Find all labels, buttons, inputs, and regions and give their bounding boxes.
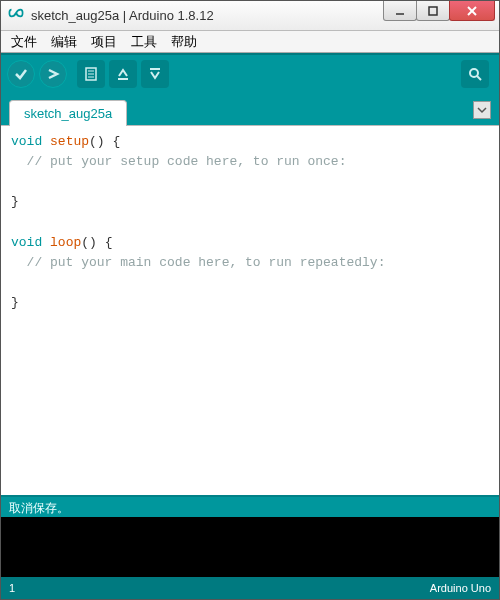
serial-monitor-button[interactable] bbox=[461, 60, 489, 88]
line-number: 1 bbox=[9, 582, 15, 594]
new-button[interactable] bbox=[77, 60, 105, 88]
magnifier-icon bbox=[467, 66, 483, 82]
keyword: void bbox=[11, 134, 42, 149]
check-icon bbox=[13, 66, 29, 82]
svg-rect-1 bbox=[429, 7, 437, 15]
menu-tools[interactable]: 工具 bbox=[125, 31, 163, 53]
tab-menu-button[interactable] bbox=[473, 101, 491, 119]
arduino-logo-icon bbox=[7, 7, 25, 25]
menu-edit[interactable]: 编辑 bbox=[45, 31, 83, 53]
app-window: sketch_aug25a | Arduino 1.8.12 文件 编辑 项目 … bbox=[0, 0, 500, 600]
verify-button[interactable] bbox=[7, 60, 35, 88]
comment: // put your setup code here, to run once… bbox=[11, 154, 346, 169]
comment: // put your main code here, to run repea… bbox=[11, 255, 385, 270]
close-button[interactable] bbox=[449, 1, 495, 21]
titlebar[interactable]: sketch_aug25a | Arduino 1.8.12 bbox=[1, 1, 499, 31]
arrow-up-icon bbox=[115, 66, 131, 82]
board-label: Arduino Uno bbox=[430, 582, 491, 594]
close-icon bbox=[466, 5, 478, 17]
menu-help[interactable]: 帮助 bbox=[165, 31, 203, 53]
code-editor[interactable]: void setup() { // put your setup code he… bbox=[1, 125, 499, 495]
upload-button[interactable] bbox=[39, 60, 67, 88]
menu-file[interactable]: 文件 bbox=[5, 31, 43, 53]
maximize-button[interactable] bbox=[416, 1, 450, 21]
minimize-icon bbox=[395, 6, 405, 16]
console-output[interactable] bbox=[1, 517, 499, 577]
code-text: () { bbox=[81, 235, 112, 250]
keyword: void bbox=[11, 235, 42, 250]
svg-line-11 bbox=[477, 76, 481, 80]
toolbar bbox=[1, 53, 499, 93]
window-title: sketch_aug25a | Arduino 1.8.12 bbox=[31, 8, 384, 23]
status-message: 取消保存。 bbox=[1, 495, 499, 517]
code-text: } bbox=[11, 295, 19, 310]
file-icon bbox=[83, 66, 99, 82]
tab-sketch[interactable]: sketch_aug25a bbox=[9, 100, 127, 126]
code-text: } bbox=[11, 194, 19, 209]
statusbar: 1 Arduino Uno bbox=[1, 577, 499, 599]
menu-project[interactable]: 项目 bbox=[85, 31, 123, 53]
maximize-icon bbox=[428, 6, 438, 16]
tabbar: sketch_aug25a bbox=[1, 93, 499, 125]
arrow-down-icon bbox=[147, 66, 163, 82]
arrow-right-icon bbox=[45, 66, 61, 82]
svg-point-10 bbox=[470, 69, 478, 77]
menubar: 文件 编辑 项目 工具 帮助 bbox=[1, 31, 499, 53]
code-text: () { bbox=[89, 134, 120, 149]
minimize-button[interactable] bbox=[383, 1, 417, 21]
function-name: loop bbox=[50, 235, 81, 250]
chevron-down-icon bbox=[477, 105, 487, 115]
window-controls bbox=[384, 1, 499, 30]
save-button[interactable] bbox=[141, 60, 169, 88]
open-button[interactable] bbox=[109, 60, 137, 88]
function-name: setup bbox=[50, 134, 89, 149]
